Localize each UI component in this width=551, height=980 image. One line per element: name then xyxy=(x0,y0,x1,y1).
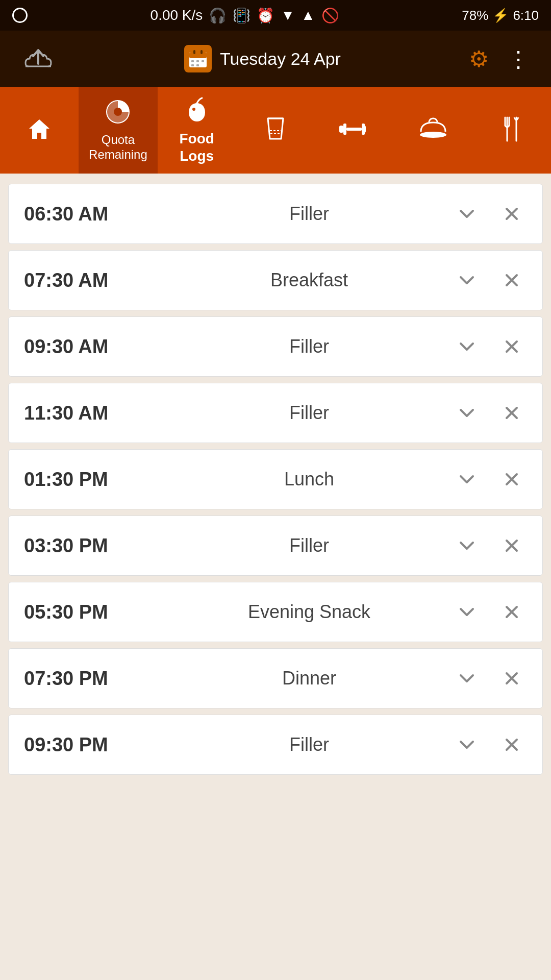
food-log-item[interactable]: 01:30 PM Lunch xyxy=(8,449,543,509)
svg-rect-14 xyxy=(339,126,343,133)
food-log-item[interactable]: 11:30 AM Filler xyxy=(8,383,543,443)
chevron-down-icon xyxy=(457,270,477,290)
chevron-down-icon xyxy=(457,734,477,755)
food-log-time: 05:30 PM xyxy=(24,601,167,623)
food-log-item[interactable]: 09:30 PM Filler xyxy=(8,715,543,775)
svg-point-19 xyxy=(420,132,446,138)
home-svg xyxy=(27,117,52,140)
upload-button[interactable] xyxy=(20,43,56,74)
alarm-icon: ⏰ xyxy=(257,7,274,24)
expand-button[interactable] xyxy=(452,530,482,561)
food-log-item[interactable]: 05:30 PM Evening Snack xyxy=(8,582,543,642)
close-icon xyxy=(502,535,522,556)
close-icon xyxy=(502,204,522,224)
nav-item-water[interactable] xyxy=(236,87,315,174)
food-log-name: Filler xyxy=(167,535,452,556)
expand-button[interactable] xyxy=(452,663,482,694)
clock: 6:10 xyxy=(513,8,539,23)
close-icon xyxy=(502,734,522,755)
close-icon xyxy=(502,270,522,290)
svg-point-12 xyxy=(114,108,122,116)
status-center: 0.00 K/s 🎧 📳 ⏰ ▼ ▲ 🚫 xyxy=(151,7,339,24)
delete-button[interactable] xyxy=(496,331,527,362)
delete-button[interactable] xyxy=(496,464,527,495)
calendar-svg xyxy=(188,49,208,68)
chevron-down-icon xyxy=(457,535,477,556)
water-icon xyxy=(265,115,286,145)
nav-item-food-logs[interactable]: Food Logs xyxy=(158,87,236,174)
more-options-button[interactable]: ⋮ xyxy=(507,46,531,72)
close-icon xyxy=(502,469,522,489)
nav-item-quota[interactable]: Quota Remaining xyxy=(79,87,157,174)
food-log-item[interactable]: 09:30 AM Filler xyxy=(8,316,543,377)
nav-item-meals[interactable] xyxy=(393,87,472,174)
glass-svg xyxy=(265,115,286,142)
delete-button[interactable] xyxy=(496,530,527,561)
food-log-actions xyxy=(452,265,527,296)
chevron-down-icon xyxy=(457,469,477,489)
expand-button[interactable] xyxy=(452,199,482,229)
expand-button[interactable] xyxy=(452,265,482,296)
close-icon xyxy=(502,403,522,423)
close-icon xyxy=(502,336,522,357)
apple-svg xyxy=(185,96,209,122)
expand-button[interactable] xyxy=(452,597,482,627)
food-log-actions xyxy=(452,331,527,362)
expand-button[interactable] xyxy=(452,464,482,495)
food-log-name: Breakfast xyxy=(167,270,452,291)
svg-rect-18 xyxy=(346,128,362,131)
date-display: Tuesday 24 Apr xyxy=(184,45,341,72)
chevron-down-icon xyxy=(457,668,477,689)
quota-label: Quota Remaining xyxy=(83,133,153,162)
food-log-name: Dinner xyxy=(167,668,452,689)
top-bar-right: ⚙ ⋮ xyxy=(469,46,531,72)
delete-button[interactable] xyxy=(496,199,527,229)
dumbbell-svg xyxy=(338,118,370,139)
delete-button[interactable] xyxy=(496,398,527,428)
food-log-name: Filler xyxy=(167,402,452,424)
delete-button[interactable] xyxy=(496,265,527,296)
food-log-item[interactable]: 03:30 PM Filler xyxy=(8,516,543,576)
food-log-time: 09:30 AM xyxy=(24,336,167,358)
svg-rect-3 xyxy=(193,50,195,54)
exercise-icon xyxy=(338,118,370,142)
svg-rect-15 xyxy=(343,124,346,135)
delete-button[interactable] xyxy=(496,597,527,627)
svg-rect-4 xyxy=(201,50,203,54)
food-log-item[interactable]: 06:30 AM Filler xyxy=(8,184,543,244)
svg-rect-2 xyxy=(189,52,207,58)
close-icon xyxy=(502,668,522,689)
nav-item-exercise[interactable] xyxy=(315,87,393,174)
chevron-down-icon xyxy=(457,204,477,224)
settings-button[interactable]: ⚙ xyxy=(469,46,489,72)
nav-item-cutlery[interactable] xyxy=(472,87,551,174)
expand-button[interactable] xyxy=(452,398,482,428)
camera-icon xyxy=(12,8,28,23)
food-log-time: 01:30 PM xyxy=(24,469,167,491)
calendar-icon xyxy=(184,45,212,72)
meals-icon xyxy=(419,116,447,144)
expand-button[interactable] xyxy=(452,729,482,760)
quota-icon xyxy=(105,99,131,129)
chevron-down-icon xyxy=(457,403,477,423)
expand-button[interactable] xyxy=(452,331,482,362)
chevron-down-icon xyxy=(457,336,477,357)
food-logs-label: Food Logs xyxy=(162,130,232,164)
food-log-item[interactable]: 07:30 PM Dinner xyxy=(8,648,543,708)
food-log-time: 09:30 PM xyxy=(24,734,167,756)
food-log-name: Filler xyxy=(167,734,452,755)
nav-item-home[interactable] xyxy=(0,87,79,174)
food-log-item[interactable]: 07:30 AM Breakfast xyxy=(8,250,543,310)
food-log-actions xyxy=(452,464,527,495)
close-icon xyxy=(502,602,522,622)
food-log-name: Filler xyxy=(167,336,452,357)
food-log-actions xyxy=(452,199,527,229)
svg-rect-8 xyxy=(191,64,194,66)
food-log-time: 11:30 AM xyxy=(24,402,167,424)
delete-button[interactable] xyxy=(496,663,527,694)
signal-icon: ▲ xyxy=(301,7,315,23)
svg-rect-7 xyxy=(202,60,204,62)
upload-icon xyxy=(20,43,56,74)
delete-button[interactable] xyxy=(496,729,527,760)
fork-svg xyxy=(501,115,522,142)
